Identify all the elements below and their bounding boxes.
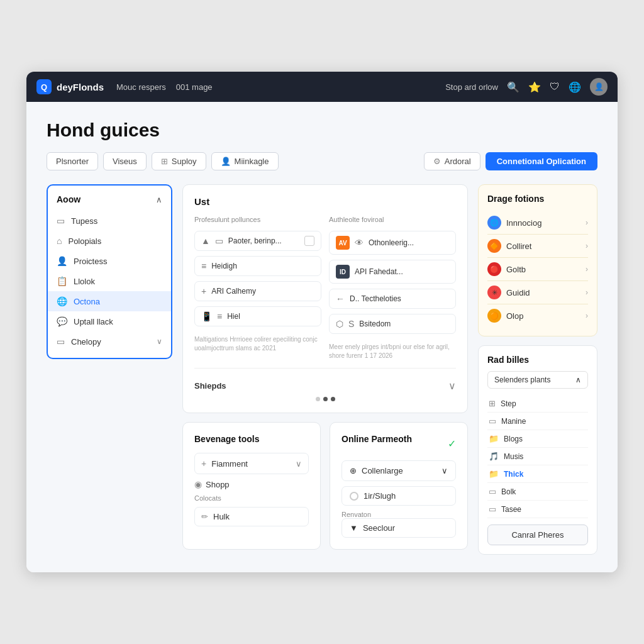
drage-dot-colliret: 🔶: [487, 239, 501, 253]
sidebar-item-uptall[interactable]: 💬 Uptall llack: [48, 311, 171, 331]
online-check-icon: ✓: [448, 438, 456, 450]
sidebar-item-octona[interactable]: 🌐 Octona: [48, 291, 171, 311]
ust-row-2[interactable]: ≡ Heidigh: [194, 256, 321, 276]
bev-row2-icon: ◉: [194, 479, 202, 489]
online-card: Online Parmeoth ✓ ⊕ Collenlarge ∨: [330, 422, 468, 550]
sidebar: Aoow ∧ ▭ Tupess ⌂ Polopials 👤 Proictess …: [47, 184, 172, 359]
star-icon[interactable]: ⭐: [528, 81, 541, 93]
tab-viseus[interactable]: Viseus: [103, 152, 147, 170]
ust-row2-icon: ≡: [201, 261, 206, 271]
drage-item-olop[interactable]: 🟠 Olop ›: [487, 304, 588, 327]
ust-columns: Profesulunt pollunces ▲ ▭ Paoter, berinp…: [194, 216, 456, 360]
ust-row-c2-1[interactable]: AV 👁 Othonleerig...: [329, 231, 456, 255]
ust-row1-checkbox[interactable]: [304, 236, 314, 246]
rad-item-tasee[interactable]: ▭ Tasee: [487, 501, 588, 518]
globe-icon[interactable]: 🌐: [569, 81, 581, 93]
sidebar-item-tupess[interactable]: ▭ Tupess: [48, 211, 171, 231]
rad-item-bolk[interactable]: ▭ Bolk: [487, 483, 588, 501]
ust-row-4[interactable]: 📱 ≡ Hiel: [194, 306, 321, 326]
tab-viseus-label: Viseus: [113, 157, 137, 166]
primary-button[interactable]: Connetional Oplication: [486, 152, 597, 170]
ust-c2-row1-label: Othonleerig...: [369, 238, 414, 247]
bev-row-1[interactable]: + Fiamment ∨: [194, 453, 309, 474]
nav-link-1[interactable]: Mouc respers: [116, 82, 166, 92]
rad-label-musis: Musis: [504, 452, 523, 461]
ust-avatar-av: AV: [336, 236, 350, 250]
drage-item-guidid[interactable]: ✳ Guidid ›: [487, 281, 588, 304]
ust-col-2: Authleolte foviroal AV 👁 Othonleerig... …: [329, 216, 456, 360]
shiepds-chevron[interactable]: ∨: [448, 380, 456, 392]
rad-title: Rad billes: [487, 355, 588, 365]
avatar[interactable]: 👤: [590, 78, 608, 96]
ust-row-c2-2[interactable]: ID API Fahedat...: [329, 260, 456, 284]
sidebar-label-polopials: Polopials: [68, 236, 101, 246]
ust-c2-row4-label: Bsitedom: [359, 319, 391, 328]
sidebar-icon-polopials: ⌂: [57, 236, 62, 246]
rad-item-manine[interactable]: ▭ Manine: [487, 413, 588, 430]
sidebar-icon-chelopy: ▭: [57, 336, 65, 347]
page-content: Hond guices Plsnorter Viseus ⊞ Suploy 👤 …: [26, 102, 618, 572]
sidebar-label-chelopy: Chelopy: [71, 337, 101, 347]
tab-suploy[interactable]: ⊞ Suploy: [152, 152, 206, 170]
tab-suploy-label: Suploy: [172, 157, 197, 166]
search-icon[interactable]: 🔍: [507, 81, 519, 93]
sidebar-collapse-icon[interactable]: ∧: [156, 195, 162, 204]
online-radio-row[interactable]: 1ir/Slugh: [341, 486, 456, 506]
ust-row-c2-3[interactable]: ← D.. Tectheloties: [329, 289, 456, 309]
rad-icon-musis: 🎵: [489, 452, 499, 461]
online-select-row[interactable]: ▼ Seeclour: [341, 518, 456, 538]
rad-label-blogs: Blogs: [504, 435, 523, 443]
drage-item-innnociog[interactable]: 🌐 Innnociog ›: [487, 211, 588, 235]
dot-2: [323, 397, 328, 401]
drage-label-goltb: Goltb: [506, 265, 526, 274]
ust-card: Ust Profesulunt pollunces ▲ ▭ Paoter, be…: [182, 184, 468, 413]
tab-suploy-icon: ⊞: [161, 157, 168, 166]
shiepds-row: Shiepds ∨: [194, 380, 456, 392]
ust-col2-notes: Meer enely plrges int/bpni our else for …: [329, 343, 456, 360]
browser-window: Q deyFlonds Mouc respers 001 mage Stop a…: [26, 72, 618, 572]
ust-row-3[interactable]: + ARI Calhemy: [194, 281, 321, 301]
drage-chevron-goltb: ›: [586, 265, 588, 274]
drage-label-olop: Olop: [506, 311, 523, 321]
sidebar-item-chelopy[interactable]: ▭ Chelopy ∨: [48, 331, 171, 352]
online-select-label: Seeclour: [363, 523, 395, 533]
nav-logo[interactable]: Q deyFlonds: [36, 79, 104, 94]
bev-row1-chevron: ∨: [296, 459, 302, 469]
online-dropdown[interactable]: ⊕ Collenlarge ∨: [341, 460, 456, 481]
bev-row-2[interactable]: ◉ Shopp: [194, 479, 309, 489]
drage-item-colliret[interactable]: 🔶 Colliret ›: [487, 235, 588, 258]
drage-dot-innnociog: 🌐: [487, 216, 501, 230]
online-renaton-label: Renvaton: [341, 511, 456, 518]
drage-item-olop-left: 🟠 Olop: [487, 309, 523, 323]
tab-miinkagle[interactable]: 👤 Miinkagle: [211, 152, 279, 170]
shield-icon[interactable]: 🛡: [550, 81, 560, 92]
sidebar-item-polopials[interactable]: ⌂ Polopials: [48, 231, 171, 251]
ust-row-1[interactable]: ▲ ▭ Paoter, berinp...: [194, 231, 321, 251]
beverage-color-input[interactable]: ✏ Hulk: [194, 507, 309, 526]
sidebar-item-llolok[interactable]: 📋 Llolok: [48, 271, 171, 291]
bev-row1-label: Fiamment: [211, 459, 248, 469]
nav-link-2[interactable]: 001 mage: [176, 82, 213, 92]
tab-plsnorter[interactable]: Plsnorter: [47, 152, 98, 170]
canral-button[interactable]: Canral Pheres: [487, 525, 588, 545]
rad-item-step[interactable]: ⊞ Step: [487, 395, 588, 413]
rad-item-musis[interactable]: 🎵 Musis: [487, 448, 588, 465]
ust-row-c2-4[interactable]: ⬡ S Bsitedom: [329, 314, 456, 334]
ust-c2-row4-icon: ⬡: [336, 319, 343, 329]
dot-1: [316, 397, 320, 401]
rad-label-tasee: Tasee: [501, 505, 521, 514]
drage-dot-guidid: ✳: [487, 286, 501, 299]
ust-row1-label: Paoter, berinp...: [228, 236, 282, 245]
sidebar-label-llolok: Llolok: [74, 277, 95, 286]
sidebar-item-proictess[interactable]: 👤 Proictess: [48, 251, 171, 271]
drage-item-goltb-left: 🔴 Goltb: [487, 262, 526, 276]
rad-item-blogs[interactable]: 📁 Blogs: [487, 430, 588, 448]
sidebar-header-label: Aoow: [57, 194, 80, 204]
radio-dot: [350, 492, 358, 501]
rad-icon-step: ⊞: [489, 399, 496, 408]
tab-ardoral[interactable]: ⚙ Ardoral: [424, 152, 480, 170]
sidebar-icon-octona: 🌐: [57, 296, 67, 306]
rad-item-thick[interactable]: 📁 Thick: [487, 465, 588, 483]
drage-item-goltb[interactable]: 🔴 Goltb ›: [487, 258, 588, 281]
rad-dropdown[interactable]: Selenders plants ∧: [487, 371, 588, 389]
